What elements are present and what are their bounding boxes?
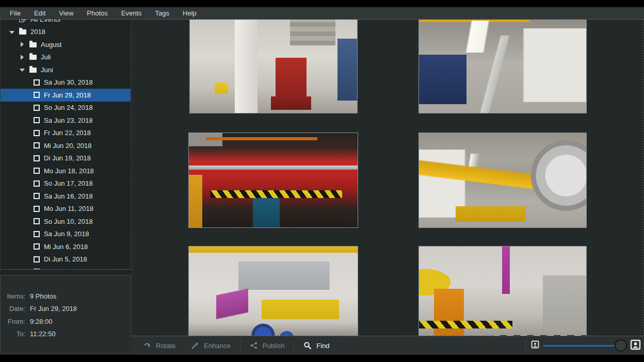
menu-bar: File Edit View Photos Events Tags Help <box>0 7 644 19</box>
zoom-slider-fill <box>543 345 621 347</box>
items-value: 9 Photos <box>30 292 56 300</box>
zoom-in-photo-icon[interactable] <box>630 339 641 352</box>
sidebar-item-jun-23[interactable]: Sa Jun 23, 2018 <box>1 114 131 127</box>
photo-thumbnail[interactable] <box>418 246 587 336</box>
items-label: Items: <box>3 292 25 300</box>
rotate-button[interactable]: Rotate <box>139 339 180 352</box>
info-row-to: To: 11:22:50 <box>3 328 131 341</box>
event-icon <box>34 231 40 237</box>
expander-right-icon[interactable] <box>19 42 25 47</box>
tree-label: Juni <box>41 66 53 74</box>
sidebar-item-jun-4[interactable]: Mo Jun 4, 2018 <box>1 266 131 270</box>
menu-view[interactable]: View <box>53 8 79 18</box>
menu-file[interactable]: File <box>4 8 26 18</box>
event-icon <box>34 155 40 161</box>
tree-label: August <box>41 41 61 48</box>
tree-label: Di Jun 19, 2018 <box>44 154 91 162</box>
sidebar-item-juni[interactable]: Juni <box>1 63 131 76</box>
sidebar-item-jun-29-selected[interactable]: Fr Jun 29, 2018 <box>1 89 131 102</box>
rotate-icon <box>143 341 151 350</box>
sidebar-item-jun-11[interactable]: Mo Jun 11, 2018 <box>1 203 131 216</box>
event-icon <box>34 168 40 174</box>
photo-thumbnail[interactable] <box>418 133 587 228</box>
sidebar-item-jun-19[interactable]: Di Jun 19, 2018 <box>1 152 131 165</box>
tree-label: Fr Jun 22, 2018 <box>44 129 91 137</box>
date-value: Fr Jun 29, 2018 <box>30 305 77 312</box>
expander-down-icon[interactable] <box>9 29 15 35</box>
folder-icon <box>19 29 26 35</box>
photo-thumbnail[interactable] <box>188 133 358 228</box>
sidebar-item-jun-30[interactable]: Sa Jun 30, 2018 <box>1 76 131 89</box>
sidebar-item-jun-5[interactable]: Di Jun 5, 2018 <box>1 253 131 266</box>
folder-icon <box>29 55 37 60</box>
from-value: 9:28:00 <box>30 318 52 325</box>
zoom-out-photo-icon[interactable] <box>531 340 539 351</box>
sidebar-item-jun-6[interactable]: Mi Jun 6, 2018 <box>1 240 131 253</box>
event-icon <box>34 130 40 136</box>
info-row-date: Date: Fr Jun 29, 2018 <box>3 303 131 316</box>
photo-thumbnail[interactable] <box>189 19 358 113</box>
sidebar-item-jun-17[interactable]: So Jun 17, 2018 <box>1 177 131 190</box>
tree-label: Di Jun 5, 2018 <box>44 255 87 263</box>
sidebar-item-jun-10[interactable]: So Jun 10, 2018 <box>1 215 131 228</box>
menu-events[interactable]: Events <box>116 8 148 18</box>
publish-label: Publish <box>263 342 285 350</box>
photo-thumbnail[interactable] <box>188 246 358 336</box>
sidebar-item-jun-16[interactable]: Sa Jun 16, 2018 <box>1 190 131 203</box>
expander-right-icon[interactable] <box>19 55 25 60</box>
event-tree[interactable]: All Events 2018 August <box>0 19 131 270</box>
app-window: File Edit View Photos Events Tags Help A… <box>0 7 644 355</box>
sidebar-item-jun-18[interactable]: Mo Jun 18, 2018 <box>1 164 131 177</box>
event-icon <box>34 105 40 111</box>
event-icon <box>34 92 40 98</box>
event-icon <box>34 180 40 187</box>
tree-label: Sa Jun 23, 2018 <box>44 117 93 124</box>
main-area: Rotate Enhance <box>132 19 644 355</box>
sidebar-item-2018[interactable]: 2018 <box>1 26 131 39</box>
event-tree-scroll: All Events 2018 August <box>1 19 131 270</box>
menu-photos[interactable]: Photos <box>81 8 113 18</box>
sidebar-item-all-events[interactable]: All Events <box>1 19 131 26</box>
enhance-label: Enhance <box>204 342 230 350</box>
event-icon <box>34 206 40 212</box>
zoom-slider-knob[interactable] <box>615 339 627 352</box>
tree-label: So Jun 17, 2018 <box>44 179 93 187</box>
folder-icon <box>29 42 37 47</box>
zoom-slider[interactable] <box>543 339 626 352</box>
sidebar-item-jun-24[interactable]: So Jun 24, 2018 <box>1 102 131 114</box>
menu-help[interactable]: Help <box>177 8 202 18</box>
tree-label: Mi Jun 20, 2018 <box>44 142 92 150</box>
rotate-label: Rotate <box>156 342 175 350</box>
sidebar: All Events 2018 August <box>0 19 132 355</box>
sidebar-item-jun-9[interactable]: Sa Jun 9, 2018 <box>1 228 131 241</box>
to-value: 11:22:50 <box>30 330 56 338</box>
menu-tags[interactable]: Tags <box>150 8 175 18</box>
tree-label: Mo Jun 18, 2018 <box>44 167 94 175</box>
find-label: Find <box>316 342 329 350</box>
toolbar-separator <box>294 340 294 351</box>
tree-label: Sa Jun 30, 2018 <box>44 78 93 86</box>
info-panel: Items: 9 Photos Date: Fr Jun 29, 2018 Fr… <box>0 275 131 354</box>
photo-thumbnail[interactable] <box>418 19 587 113</box>
tree-label: Juli <box>41 53 51 61</box>
event-icon <box>34 269 40 270</box>
tree-label: All Events <box>30 19 60 23</box>
sidebar-item-jun-20[interactable]: Mi Jun 20, 2018 <box>1 139 131 152</box>
expander-down-icon[interactable] <box>19 67 25 72</box>
sidebar-item-jun-22[interactable]: Fr Jun 22, 2018 <box>1 127 131 140</box>
sidebar-item-juli[interactable]: Juli <box>1 51 131 64</box>
enhance-wand-icon <box>191 341 199 350</box>
toolbar: Rotate Enhance <box>132 336 644 355</box>
tree-label: So Jun 10, 2018 <box>44 218 93 225</box>
event-icon <box>34 256 40 262</box>
tree-label: So Jun 24, 2018 <box>44 104 93 111</box>
publish-button[interactable]: Publish <box>246 339 289 352</box>
photo-grid[interactable] <box>132 19 644 336</box>
sidebar-item-august[interactable]: August <box>1 38 131 51</box>
find-button[interactable]: Find <box>299 339 333 352</box>
menu-edit[interactable]: Edit <box>28 8 51 18</box>
enhance-button[interactable]: Enhance <box>187 339 234 352</box>
date-label: Date: <box>3 305 25 312</box>
event-icon <box>34 193 40 199</box>
event-icon <box>34 117 40 123</box>
